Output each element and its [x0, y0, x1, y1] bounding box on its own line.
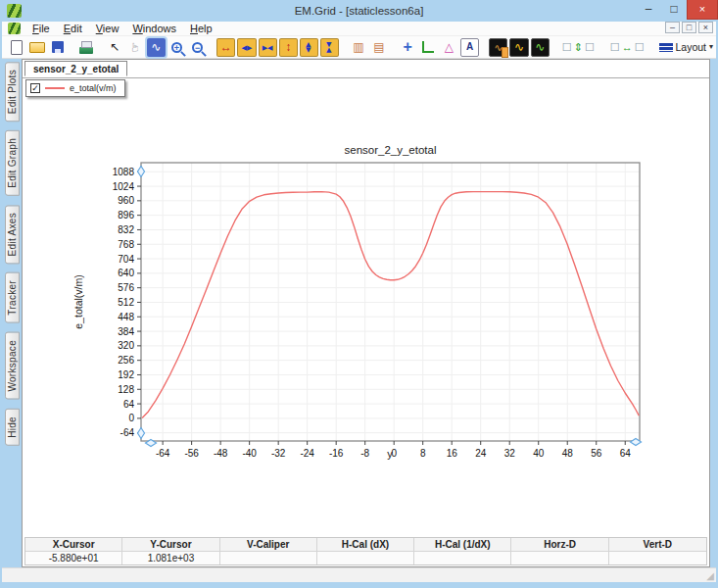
svg-text:768: 768	[118, 239, 134, 250]
stretch-x-icon[interactable]: ↔	[216, 38, 235, 57]
app-window: EM.Grid - [staticlesson6a] – □ × FileEdi…	[0, 0, 718, 588]
status-column-0: X-Cursor	[25, 538, 122, 552]
svg-text:-56: -56	[184, 448, 199, 459]
status-value-2	[220, 552, 317, 564]
svg-text:-8: -8	[360, 448, 369, 459]
compress-y-icon[interactable]: ▶◀	[320, 38, 339, 57]
new-file-icon[interactable]	[7, 38, 25, 57]
mdi-close-button[interactable]: ×	[698, 22, 713, 33]
svg-text:0: 0	[391, 448, 397, 459]
svg-text:-48: -48	[214, 448, 228, 459]
expand-x-icon[interactable]: ◀▶	[237, 38, 256, 57]
svg-text:384: 384	[118, 326, 134, 337]
caliper-triangle-icon[interactable]: △	[440, 38, 458, 57]
menu-view[interactable]: View	[89, 23, 126, 34]
layout-icon	[659, 43, 673, 52]
open-file-icon[interactable]	[27, 38, 46, 57]
zoom-in-icon[interactable]: +	[168, 38, 186, 57]
vertical-spacing-icon[interactable]: ☐⇕☐	[559, 38, 598, 57]
document-tab[interactable]: sensor_2_y_etotal	[24, 61, 127, 76]
svg-text:960: 960	[118, 195, 134, 206]
crosshair-cursor-icon[interactable]: +	[399, 38, 417, 57]
svg-text:128: 128	[118, 384, 134, 395]
mdi-minimize-button[interactable]: –	[665, 22, 680, 33]
mdi-restore-button[interactable]: □	[682, 22, 696, 33]
series-e-total-line	[142, 192, 639, 418]
status-value-4	[414, 552, 511, 564]
legend-checkbox[interactable]: ✓	[30, 83, 40, 93]
app-logo-icon	[8, 23, 21, 34]
horizontal-spacing-icon[interactable]: ☐↔☐	[607, 38, 647, 57]
minimize-button[interactable]: –	[636, 0, 661, 20]
svg-text:-64: -64	[120, 427, 135, 438]
split-columns-icon[interactable]: ▥	[349, 38, 367, 57]
menu-file[interactable]: File	[25, 23, 57, 34]
svg-text:8: 8	[420, 448, 426, 459]
maximize-button[interactable]: □	[661, 0, 687, 20]
sidebar-tab-edit-graph[interactable]: Edit Graph	[5, 130, 20, 196]
sidebar-tab-hide[interactable]: Hide	[5, 409, 20, 446]
menu-help[interactable]: Help	[183, 23, 219, 34]
svg-text:704: 704	[118, 254, 134, 265]
svg-text:576: 576	[118, 282, 134, 293]
toolbar: ↖☞∿+−↔◀▶▶◀↕◀▶▶◀▥▤+△A∿∿☐⇕☐☐↔☐Layout▾	[2, 36, 716, 59]
resize-grip-icon[interactable]: ◢	[706, 571, 714, 581]
sidebar: Edit PlotsEdit GraphEdit AxesTrackerWork…	[2, 59, 22, 567]
checkmark-icon: ✓	[31, 83, 39, 93]
copy-plot-icon[interactable]	[489, 38, 507, 57]
chart[interactable]: sensor_2_y_etotal e_total(v/m) y -64-56-…	[23, 60, 709, 520]
menu-windows[interactable]: Windows	[125, 23, 183, 34]
plot-style-dark2-icon[interactable]: ∿	[531, 38, 550, 57]
svg-text:40: 40	[533, 448, 545, 459]
pan-hand-icon[interactable]: ☞	[126, 38, 145, 57]
app-logo-icon	[7, 4, 22, 18]
split-rows-icon[interactable]: ▤	[369, 38, 388, 57]
status-value-6	[609, 552, 706, 564]
sidebar-tab-workspace[interactable]: Workspace	[5, 332, 20, 400]
svg-text:32: 32	[504, 448, 516, 459]
svg-text:320: 320	[118, 340, 134, 351]
sidebar-tab-edit-plots[interactable]: Edit Plots	[5, 62, 20, 122]
status-column-1: Y-Cursor	[122, 538, 219, 552]
status-column-6: Vert-D	[609, 538, 706, 552]
svg-text:1024: 1024	[113, 181, 135, 192]
svg-text:-64: -64	[156, 448, 170, 459]
status-column-3: H-Cal (dX)	[317, 538, 414, 552]
save-icon[interactable]	[48, 38, 67, 57]
status-table-header: X-CursorY-CursorV-CaliperH-Cal (dX)H-Cal…	[25, 538, 706, 552]
menu-bar-row: FileEditViewWindowsHelp – □ ×	[2, 22, 716, 36]
stretch-y-icon[interactable]: ↕	[279, 38, 298, 57]
sidebar-tab-tracker[interactable]: Tracker	[5, 272, 20, 323]
legend: ✓ e_total(v/m)	[25, 79, 125, 97]
svg-text:-16: -16	[329, 448, 344, 459]
svg-text:256: 256	[118, 355, 134, 366]
select-cursor-icon[interactable]: ↖	[106, 38, 124, 57]
status-table: X-CursorY-CursorV-CaliperH-Cal (dX)H-Cal…	[24, 537, 707, 565]
menu-edit[interactable]: Edit	[57, 23, 89, 34]
compress-x-icon[interactable]: ▶◀	[259, 38, 277, 57]
svg-text:512: 512	[118, 297, 134, 308]
status-value-3	[317, 552, 414, 564]
print-icon[interactable]	[76, 38, 95, 57]
status-value-0: -5.880e+01	[25, 552, 122, 564]
expand-y-icon[interactable]: ◀▶	[300, 38, 318, 57]
close-button[interactable]: ×	[687, 0, 718, 20]
zoom-out-icon[interactable]: −	[188, 38, 207, 57]
axis-handle-bottom-left[interactable]	[138, 428, 145, 439]
status-value-5	[511, 552, 608, 564]
plot-style-dark-icon[interactable]: ∿	[509, 38, 528, 57]
svg-text:16: 16	[447, 448, 458, 459]
svg-text:832: 832	[118, 224, 134, 235]
legend-line-sample	[45, 87, 65, 89]
zoom-trace-icon[interactable]: ∿	[147, 38, 166, 57]
svg-text:640: 640	[118, 268, 134, 278]
plot-canvas[interactable]: -64-56-48-40-32-24-16-80816243240485664-…	[23, 60, 709, 520]
sidebar-tab-edit-axes[interactable]: Edit Axes	[5, 205, 20, 264]
status-bar: ◢	[2, 567, 716, 582]
axis-handle-top-left[interactable]	[138, 167, 145, 177]
svg-text:56: 56	[591, 448, 602, 459]
text-label-icon[interactable]: A	[460, 38, 479, 57]
title-bar: EM.Grid - [staticlesson6a] – □ ×	[0, 0, 718, 22]
layout-button[interactable]: Layout▾	[657, 38, 716, 57]
axes-tracker-icon[interactable]	[419, 38, 438, 57]
